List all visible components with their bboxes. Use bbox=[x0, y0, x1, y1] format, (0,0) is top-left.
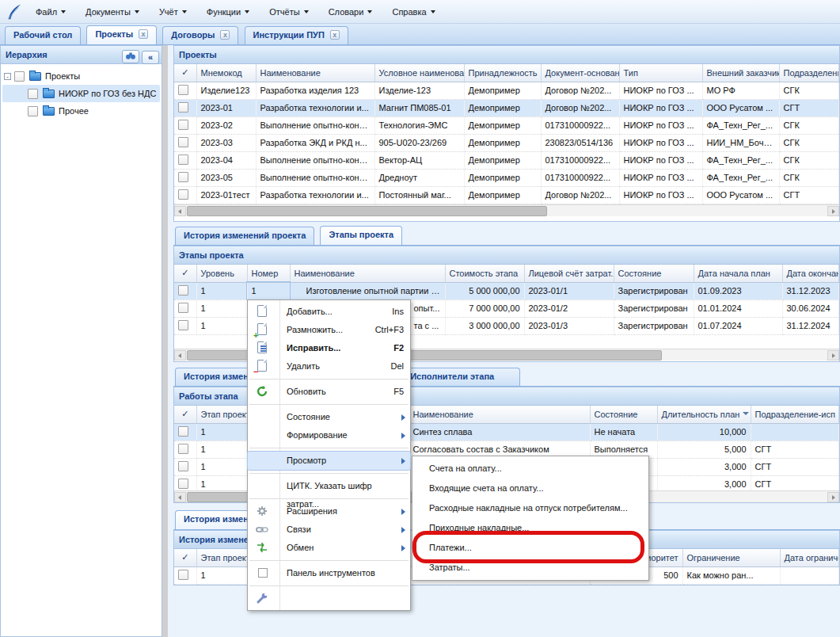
column-header[interactable]: Уровень bbox=[196, 265, 247, 282]
check-column-header[interactable]: ✓ bbox=[174, 549, 196, 566]
scroll-right-icon[interactable] bbox=[827, 492, 839, 502]
table-row[interactable]: Изделие123Разработка изделия 123Изделие-… bbox=[174, 82, 839, 99]
tab-projects[interactable]: Проектыx bbox=[86, 25, 157, 44]
menu-item-toolbar-toggle[interactable]: Панель инструментов bbox=[248, 564, 410, 582]
tab-desktop[interactable]: Рабочий стол bbox=[5, 26, 81, 44]
check-column-header[interactable]: ✓ bbox=[174, 265, 196, 282]
menu-dictionaries[interactable]: Словари bbox=[320, 0, 382, 24]
row-checkbox[interactable] bbox=[178, 285, 188, 296]
menu-item-exchange[interactable]: Обмен bbox=[248, 539, 410, 557]
menu-item-refresh[interactable]: F5Обновить bbox=[248, 383, 410, 401]
scroll-left-icon[interactable] bbox=[174, 492, 186, 502]
column-header[interactable]: Стоимость этапа bbox=[445, 265, 524, 282]
menu-item-delete[interactable]: − DelУдалить bbox=[248, 357, 410, 376]
menu-accounting[interactable]: Учёт bbox=[150, 0, 196, 24]
menu-item-links[interactable]: Связи bbox=[248, 521, 410, 539]
menu-item-extensions[interactable]: Расширения bbox=[248, 502, 410, 521]
column-header[interactable]: Наименование bbox=[409, 406, 590, 423]
row-checkbox[interactable] bbox=[178, 172, 188, 182]
table-row[interactable]: 2023-03Разработка ЭКД и РКД н...905-U020… bbox=[174, 134, 839, 151]
row-checkbox[interactable] bbox=[178, 426, 188, 437]
column-header[interactable]: Наименование bbox=[256, 64, 374, 82]
table-row-selected[interactable]: 11Изготовление опытной партии ПМ0...5 00… bbox=[174, 282, 839, 299]
menu-item-view[interactable]: Просмотр bbox=[248, 452, 410, 470]
row-checkbox[interactable] bbox=[178, 320, 188, 330]
column-header[interactable]: Документ-основание bbox=[541, 64, 619, 82]
collapse-node-icon[interactable]: - bbox=[4, 73, 11, 80]
row-checkbox[interactable] bbox=[178, 570, 188, 580]
menu-item-edit[interactable]: F2Исправить... bbox=[248, 339, 410, 357]
column-header[interactable]: Тип bbox=[619, 64, 702, 82]
tree-checkbox[interactable] bbox=[28, 89, 38, 99]
column-header[interactable]: Лицевой счёт затрат. bbox=[524, 265, 614, 282]
close-icon[interactable]: x bbox=[220, 30, 230, 40]
submenu-item-invoices[interactable]: Счета на оплату... bbox=[412, 459, 648, 479]
row-checkbox[interactable] bbox=[178, 479, 188, 489]
sidebar-splitter[interactable] bbox=[162, 45, 168, 637]
menu-item-settings[interactable] bbox=[248, 589, 410, 608]
tab-project-stages[interactable]: Этапы проекта bbox=[320, 226, 402, 245]
menu-documents[interactable]: Документы bbox=[77, 0, 148, 24]
column-header[interactable]: Дата окончан bbox=[782, 265, 839, 282]
row-checkbox[interactable] bbox=[178, 137, 188, 147]
scroll-right-icon[interactable] bbox=[827, 206, 839, 216]
row-checkbox[interactable] bbox=[178, 444, 188, 454]
menu-item-state[interactable]: Состояние bbox=[248, 408, 410, 426]
menu-reports[interactable]: Отчёты bbox=[260, 0, 317, 24]
row-checkbox[interactable] bbox=[178, 303, 188, 313]
close-icon[interactable]: x bbox=[330, 30, 340, 40]
column-header[interactable]: Подразделение bbox=[779, 64, 839, 82]
row-checkbox[interactable] bbox=[178, 102, 188, 113]
column-header[interactable]: Номер bbox=[247, 265, 290, 282]
row-checkbox[interactable] bbox=[178, 85, 188, 95]
tab-stage-executors[interactable]: Исполнители этапа bbox=[401, 368, 520, 386]
submenu-item-outgoing-waybills[interactable]: Расходные накладные на отпуск потребител… bbox=[412, 498, 648, 518]
column-header[interactable]: Внешний заказчик bbox=[702, 64, 779, 82]
column-header[interactable]: Мнемокод bbox=[196, 64, 256, 82]
close-icon[interactable]: x bbox=[139, 29, 148, 39]
find-button[interactable] bbox=[122, 50, 139, 63]
row-checkbox[interactable] bbox=[178, 154, 188, 165]
submenu-item-incoming-invoices[interactable]: Входящие счета на оплату... bbox=[412, 479, 648, 498]
row-checkbox[interactable] bbox=[178, 120, 188, 130]
table-row[interactable]: 2023-02Выполнение опытно-конс...Технолог… bbox=[174, 116, 839, 134]
row-checkbox[interactable] bbox=[178, 461, 188, 471]
table-row[interactable]: 2023-05Выполнение опытно-конс...Дредноут… bbox=[174, 169, 839, 186]
scroll-right-icon[interactable] bbox=[827, 350, 839, 360]
column-header[interactable]: Наименование bbox=[290, 265, 445, 282]
column-header[interactable]: Дата ограниче bbox=[780, 549, 839, 566]
column-header[interactable]: Подразделение-исп bbox=[751, 406, 839, 423]
scroll-left-icon[interactable] bbox=[174, 350, 186, 360]
tree-node-other[interactable]: Прочее bbox=[2, 102, 160, 120]
column-header[interactable]: Состояние bbox=[590, 406, 657, 423]
menu-item-forming[interactable]: Формирование bbox=[248, 426, 410, 444]
menu-file[interactable]: Файл bbox=[27, 0, 74, 24]
column-header[interactable]: Дата начала план bbox=[694, 265, 782, 282]
menu-item-duplicate[interactable]: + Ctrl+F3Размножить... bbox=[248, 321, 410, 339]
submenu-item-incoming-waybills[interactable]: Приходные накладные... bbox=[412, 518, 648, 538]
column-header[interactable]: Длительность план bbox=[657, 406, 751, 423]
table-row-selected[interactable]: 2023-01Разработка технологии и...Магнит … bbox=[174, 99, 839, 116]
collapse-panel-button[interactable]: « bbox=[142, 51, 159, 64]
tree-checkbox[interactable] bbox=[14, 71, 25, 82]
tab-contracts[interactable]: Договорыx bbox=[162, 26, 238, 44]
tree-checkbox[interactable] bbox=[28, 106, 38, 116]
horizontal-scrollbar[interactable] bbox=[174, 204, 839, 216]
column-header[interactable]: Принадлежность bbox=[464, 64, 541, 82]
menu-functions[interactable]: Функции bbox=[198, 0, 258, 24]
menu-help[interactable]: Справка bbox=[383, 0, 443, 24]
column-header[interactable]: Ограничение bbox=[682, 549, 780, 566]
tab-project-history[interactable]: История изменений проекта bbox=[175, 227, 314, 245]
submenu-item-costs[interactable]: Затраты... bbox=[412, 558, 648, 578]
menu-item-add[interactable]: InsДобавить... bbox=[248, 303, 410, 321]
tree-node-projects[interactable]: - Проекты bbox=[2, 67, 160, 85]
menu-item-citk-cost-code[interactable]: ЦИТК. Указать шифр затрат... bbox=[248, 477, 410, 495]
check-column-header[interactable]: ✓ bbox=[174, 64, 196, 82]
tree-node-niokr[interactable]: НИОКР по ГОЗ без НДС bbox=[2, 85, 160, 102]
scroll-left-icon[interactable] bbox=[174, 206, 186, 216]
row-checkbox[interactable] bbox=[178, 189, 188, 200]
scrollbar-thumb[interactable] bbox=[187, 206, 547, 216]
column-header[interactable]: Условное наименование bbox=[374, 64, 464, 82]
table-row[interactable]: 2023-01тестРазработка технологии и...Пос… bbox=[174, 186, 839, 204]
column-header[interactable]: Состояние bbox=[614, 265, 694, 282]
